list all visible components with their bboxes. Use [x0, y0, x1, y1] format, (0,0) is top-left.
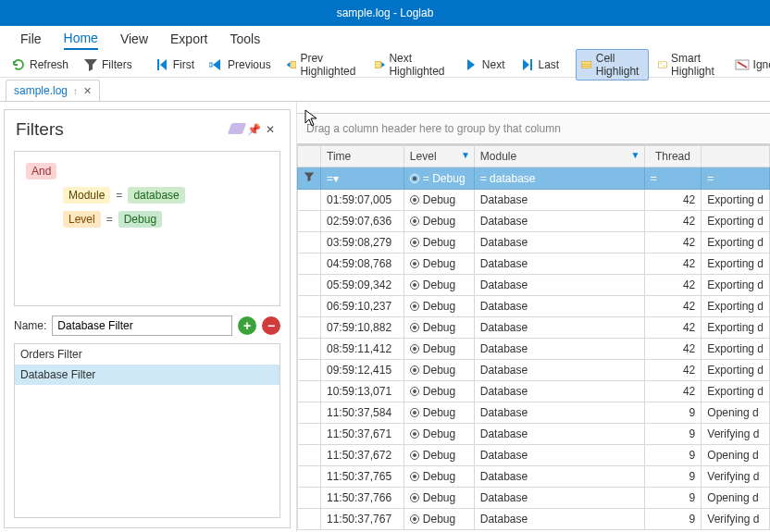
filter-tree[interactable]: And Module = database Level = Debug [14, 151, 280, 306]
row-selector[interactable] [298, 360, 321, 381]
row-selector[interactable] [298, 445, 321, 466]
filter-toggle-header[interactable] [298, 146, 321, 167]
delete-filter-button[interactable]: − [262, 316, 280, 335]
cell-module: Database [474, 509, 644, 530]
cell-time: 11:50:37,765 [321, 466, 404, 488]
cell-highlight-icon [581, 57, 592, 72]
cell-message: Exporting d [702, 190, 770, 211]
cell-level: Debug [404, 402, 474, 424]
menu-home[interactable]: Home [64, 28, 98, 50]
filter-condition-level[interactable]: Level = Debug [63, 211, 268, 228]
header-time[interactable]: Time [321, 146, 404, 167]
log-grid[interactable]: Time Level▼ Module▼ Thread =▾ = Debug = … [297, 144, 770, 532]
cell-module: Database [474, 211, 644, 232]
filter-cell-thread[interactable]: = [644, 167, 702, 190]
filter-cell-message[interactable]: = [702, 167, 770, 190]
filter-cell-level[interactable]: = Debug [404, 167, 474, 190]
menu-file[interactable]: File [20, 29, 42, 49]
pin-icon[interactable]: ↕ [73, 86, 78, 96]
table-row[interactable]: 07:59:10,882DebugDatabase42Exporting d [298, 317, 770, 339]
first-button[interactable]: First [149, 55, 200, 75]
table-row[interactable]: 01:59:07,005DebugDatabase42Exporting d [298, 190, 770, 211]
previous-button[interactable]: Previous [204, 55, 277, 75]
filter-condition-module[interactable]: Module = database [63, 187, 268, 204]
row-selector[interactable] [298, 317, 321, 339]
svg-rect-1 [291, 61, 296, 68]
table-row[interactable]: 11:50:37,766DebugDatabase9Opening d [298, 488, 770, 509]
filter-list-item[interactable]: Database Filter [15, 365, 279, 385]
close-panel-icon[interactable]: ✕ [262, 123, 279, 136]
table-row[interactable]: 03:59:08,279DebugDatabase42Exporting d [298, 232, 770, 254]
header-level[interactable]: Level▼ [404, 146, 474, 167]
next-button[interactable]: Next [458, 55, 511, 75]
row-selector[interactable] [298, 254, 321, 275]
group-by-bar[interactable]: Drag a column header here to group by th… [297, 113, 770, 144]
menu-export[interactable]: Export [170, 29, 207, 49]
grid-filter-row[interactable]: =▾ = Debug = database = = [298, 167, 770, 190]
log-grid-panel: Drag a column header here to group by th… [296, 102, 770, 532]
table-row[interactable]: 05:59:09,342DebugDatabase42Exporting d [298, 275, 770, 296]
level-icon [410, 387, 419, 396]
cell-highlight-button[interactable]: Cell Highlight [576, 49, 649, 80]
row-selector[interactable] [298, 211, 321, 232]
filter-indicator-icon[interactable]: ▼ [461, 150, 470, 160]
table-row[interactable]: 04:59:08,768DebugDatabase42Exporting d [298, 254, 770, 275]
last-button[interactable]: Last [515, 55, 565, 75]
table-row[interactable]: 06:59:10,237DebugDatabase42Exporting d [298, 296, 770, 317]
cell-level: Debug [404, 211, 474, 232]
row-selector[interactable] [298, 509, 321, 530]
dropdown-icon[interactable]: ▾ [333, 172, 339, 185]
table-row[interactable]: 10:59:13,071DebugDatabase42Exporting d [298, 381, 770, 402]
table-row[interactable]: 02:59:07,636DebugDatabase42Exporting d [298, 211, 770, 232]
row-selector[interactable] [298, 296, 321, 317]
table-row[interactable]: 11:50:37,672DebugDatabase9Opening d [298, 445, 770, 466]
filter-root-and[interactable]: And [26, 163, 56, 179]
filter-list[interactable]: Orders Filter Database Filter [14, 343, 280, 518]
close-icon[interactable]: ✕ [83, 85, 92, 97]
row-selector[interactable] [298, 424, 321, 445]
row-selector[interactable] [298, 466, 321, 488]
row-selector[interactable] [298, 488, 321, 509]
filters-button[interactable]: Filters [78, 55, 138, 75]
next-highlighted-button[interactable]: Next Highlighted [369, 49, 454, 80]
cell-time: 01:59:07,005 [321, 190, 404, 211]
grid-header-row: Time Level▼ Module▼ Thread [298, 146, 770, 167]
pin-panel-icon[interactable]: 📌 [245, 123, 262, 136]
table-row[interactable]: 11:50:37,671DebugDatabase9Verifying d [298, 424, 770, 445]
cell-message: Opening d [702, 402, 770, 424]
table-row[interactable]: 11:50:37,765DebugDatabase9Verifying d [298, 466, 770, 488]
table-row[interactable]: 09:59:12,415DebugDatabase42Exporting d [298, 360, 770, 381]
header-module[interactable]: Module▼ [474, 146, 644, 167]
filter-cell-time[interactable]: =▾ [321, 167, 404, 190]
table-row[interactable]: 11:50:37,767DebugDatabase9Verifying d [298, 509, 770, 530]
header-message[interactable] [702, 146, 770, 167]
table-row[interactable]: 11:50:37,584DebugDatabase9Opening d [298, 402, 770, 424]
level-icon [410, 195, 419, 204]
menu-view[interactable]: View [120, 29, 148, 49]
cell-module: Database [474, 232, 644, 254]
row-selector[interactable] [298, 190, 321, 211]
smart-highlight-button[interactable]: Smart Highlight [652, 49, 726, 80]
prev-highlighted-button[interactable]: Prev Highlighted [280, 49, 366, 80]
level-icon [410, 344, 419, 353]
refresh-button[interactable]: Refresh [6, 55, 74, 75]
table-row[interactable]: 08:59:11,412DebugDatabase42Exporting d [298, 339, 770, 360]
eraser-icon[interactable] [229, 123, 245, 137]
row-selector[interactable] [298, 275, 321, 296]
row-selector[interactable] [298, 339, 321, 360]
header-thread[interactable]: Thread [644, 146, 702, 167]
add-filter-button[interactable]: + [238, 316, 256, 335]
menu-tools[interactable]: Tools [230, 29, 260, 49]
filter-name-input[interactable] [52, 315, 232, 336]
ignore-button[interactable]: Ignore [729, 55, 770, 75]
row-selector[interactable] [298, 232, 321, 254]
refresh-icon [11, 57, 26, 72]
filter-cell-module[interactable]: = database [474, 167, 644, 190]
cell-time: 09:59:12,415 [321, 360, 404, 381]
filter-indicator-icon[interactable]: ▼ [631, 150, 640, 160]
filter-list-item[interactable]: Orders Filter [15, 344, 279, 365]
row-selector[interactable] [298, 402, 321, 424]
tab-sample-log[interactable]: sample.log ↕ ✕ [6, 80, 100, 101]
filter-row-toggle[interactable] [298, 167, 321, 190]
row-selector[interactable] [298, 381, 321, 402]
